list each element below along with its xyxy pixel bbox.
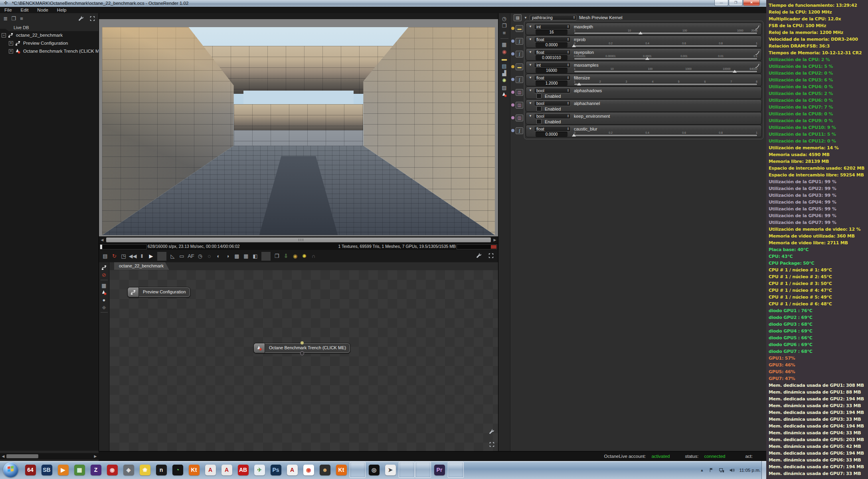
face-app[interactable]: ☻ <box>317 462 333 478</box>
measure-icon[interactable]: ◺ <box>168 252 177 261</box>
param-slider[interactable]: 00.20.40.60.81 <box>574 42 757 48</box>
white-balance-picker-icon[interactable]: ◌ <box>205 252 214 261</box>
kt-app[interactable]: Kt <box>186 462 202 478</box>
param-value-input[interactable]: 1.2000 <box>536 81 567 86</box>
param-type-select[interactable]: bool ▲▼ <box>534 88 571 93</box>
photoshop[interactable]: Ps <box>268 462 284 478</box>
graph-node[interactable]: Octane Benchmark Trench (CLICK ME) <box>253 343 350 353</box>
red-dial-app[interactable]: ◉ <box>104 462 120 478</box>
histogram-icon[interactable]: ▟ <box>500 69 508 77</box>
tree-expander[interactable]: − <box>2 33 6 38</box>
param-slider[interactable]: 11010010001000064000 <box>574 67 757 73</box>
collapse-arrow[interactable]: ▼ <box>529 25 532 28</box>
param-slider[interactable]: 12345678 <box>574 80 757 86</box>
unlink-node-icon[interactable]: ⊘ <box>100 271 108 278</box>
slider-track[interactable] <box>574 134 757 137</box>
autofocus-icon[interactable]: AF <box>186 252 196 261</box>
layered-windows-icon[interactable]: ❐ <box>500 22 508 29</box>
param-slider[interactable]: 11010010002048 <box>574 29 757 35</box>
param-value-input[interactable]: 16000 <box>536 68 567 73</box>
menu-item[interactable]: Help <box>53 8 71 12</box>
enabled-checkbox[interactable] <box>536 119 542 124</box>
tonemap-icon[interactable]: ▬ <box>500 55 508 62</box>
robot-app[interactable]: ◈ <box>121 462 136 478</box>
tree-row[interactable]: + Octane Benchmark Trench (CLICK M <box>0 47 99 55</box>
cpuz-64[interactable]: 64 <box>22 462 38 478</box>
copy-node-icon[interactable]: ❐ <box>10 15 18 22</box>
render-viewport-image[interactable] <box>102 27 495 235</box>
taskbar-clock[interactable]: 11:05 p.m. <box>739 468 761 473</box>
tree-row[interactable]: − octane_22_benchmark <box>0 31 99 39</box>
node-input-port[interactable] <box>300 351 304 355</box>
slider-track[interactable] <box>574 70 757 73</box>
ball-preview-icon[interactable]: ● <box>100 296 108 303</box>
graph-settings-wrench-icon[interactable] <box>488 428 496 435</box>
camera-icon[interactable]: ◉ <box>500 48 508 55</box>
param-type-select[interactable]: float ▲▼ <box>534 126 571 132</box>
node-graph-canvas[interactable]: Preview Configuration Octane Benchmark T… <box>110 270 498 451</box>
slider-marker[interactable] <box>639 32 643 34</box>
enabled-checkbox[interactable] <box>536 93 542 99</box>
sun-icon[interactable]: ✺ <box>500 77 508 84</box>
texture-image-icon[interactable]: ▦ <box>500 41 508 48</box>
outliner-hscrollbar[interactable]: ◀ ▶ <box>0 453 99 459</box>
messenger[interactable] <box>448 462 464 478</box>
param-type-select[interactable]: float ▲▼ <box>534 49 571 55</box>
afterburner-app[interactable]: AB <box>235 462 251 478</box>
focus-picker-icon[interactable]: ◷ <box>196 252 205 261</box>
collapse-arrow[interactable]: ▼ <box>529 76 532 79</box>
collapse-arrow[interactable]: ▼ <box>529 101 532 105</box>
node-output-port[interactable] <box>301 341 304 344</box>
minimize-button[interactable]: — <box>714 0 728 6</box>
slider-marker[interactable] <box>572 134 576 137</box>
render-timer-icon[interactable]: ◷ <box>500 15 508 22</box>
sb-app[interactable]: SB <box>39 462 55 478</box>
scroll-right-arrow[interactable]: ▶ <box>492 238 497 242</box>
scroll-right-arrow[interactable]: ▶ <box>93 454 98 459</box>
enabled-checkbox[interactable] <box>536 106 542 111</box>
slider-marker[interactable] <box>577 83 581 85</box>
resize-viewport-icon[interactable]: ◳ <box>119 252 128 261</box>
param-type-select[interactable]: int ▲▼ <box>534 62 571 68</box>
slider-track[interactable] <box>574 57 757 60</box>
export-image-icon[interactable]: ⇩ <box>281 252 291 261</box>
chrome[interactable]: ◉ <box>301 462 316 478</box>
collapse-arrow[interactable]: ▼ <box>529 114 532 118</box>
fullscreen-icon[interactable] <box>88 15 96 22</box>
kt-app-2[interactable]: Kt <box>333 462 349 478</box>
render-passes-icon[interactable]: ◉ <box>291 252 300 261</box>
viewport-fullscreen-icon[interactable] <box>487 252 495 259</box>
premiere[interactable]: Pr <box>431 462 447 478</box>
collapse-arrow[interactable]: ▼ <box>529 127 532 131</box>
param-type-select[interactable]: float ▲▼ <box>534 37 571 42</box>
acrobat[interactable]: A <box>284 462 300 478</box>
param-value-input[interactable]: 16 <box>536 30 567 35</box>
volume-icon[interactable] <box>729 467 735 473</box>
slider-track[interactable] <box>574 45 757 47</box>
rewind-icon[interactable]: ◀◀ <box>128 252 137 261</box>
collapse-arrow[interactable]: ▼ <box>529 38 532 41</box>
slider-marker[interactable] <box>733 70 737 73</box>
scroll-left-arrow[interactable]: ◀ <box>1 454 6 459</box>
material-node-icon[interactable]: ◆ <box>100 303 108 311</box>
region-render-icon[interactable]: ▭ <box>177 252 186 261</box>
close-button[interactable]: ✕ <box>743 0 760 6</box>
action-center-flag-icon[interactable] <box>709 467 714 473</box>
collapse-arrow[interactable]: ▼ <box>529 89 532 92</box>
mesh-node-icon[interactable] <box>500 91 508 98</box>
param-type-select[interactable]: int ▲▼ <box>534 24 571 30</box>
gpu-z[interactable]: ▦ <box>71 462 87 478</box>
a-doc-app[interactable]: A <box>202 462 218 478</box>
alpha-checker-icon[interactable]: ▩ <box>232 252 241 261</box>
environment-icon[interactable]: ▤ <box>500 62 508 69</box>
viewport-settings-wrench-icon[interactable] <box>475 252 483 259</box>
n-app[interactable]: n <box>153 462 169 478</box>
checker-background-icon[interactable]: ▦ <box>241 252 251 261</box>
scroll-thumb[interactable] <box>106 238 491 242</box>
imager-icon[interactable]: ▨ <box>500 84 508 91</box>
octane-render[interactable] <box>350 462 366 478</box>
slider-marker[interactable] <box>645 57 649 60</box>
tray-expand-icon[interactable]: ▲ <box>700 468 704 472</box>
collapse-arrow[interactable]: ▼ <box>529 50 532 54</box>
z-app[interactable]: Z <box>88 462 104 478</box>
